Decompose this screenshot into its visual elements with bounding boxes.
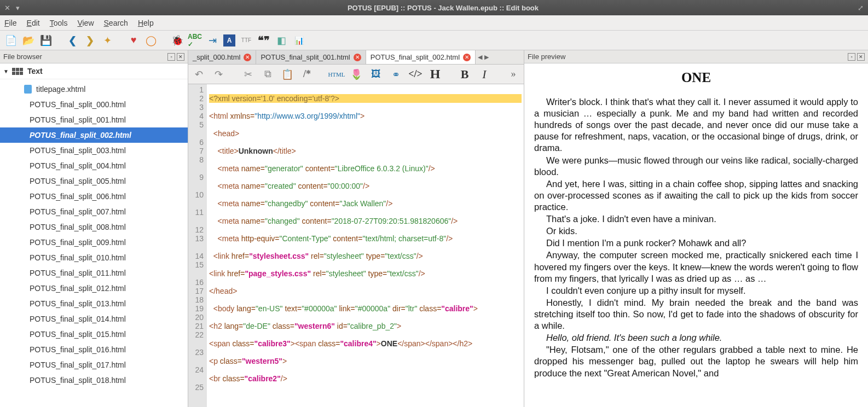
file-section-text[interactable]: ▼ Text — [0, 63, 188, 79]
new-file-icon[interactable]: 📄 — [4, 34, 18, 47]
heading-icon[interactable]: H — [428, 67, 442, 82]
preview-paragraph: "Hey, Flotsam," one of the other regular… — [534, 344, 858, 379]
file-browser-title: File browser — [3, 53, 42, 61]
stats-icon[interactable]: 📊 — [292, 34, 305, 47]
image-icon[interactable]: 🖼 — [369, 67, 383, 82]
back-icon[interactable]: ❮ — [66, 34, 79, 47]
preview-paragraph: And yet, here I was, sitting in a chain … — [534, 178, 858, 213]
tab-2[interactable]: POTUS_final_split_002.html✕ — [366, 50, 476, 64]
paste-icon[interactable]: 📋 — [280, 67, 294, 82]
file-item[interactable]: POTUS_final_split_017.html — [0, 357, 188, 373]
collapse-icon: ▼ — [3, 68, 9, 74]
word-icon[interactable]: A — [223, 34, 235, 46]
file-item[interactable]: POTUS_final_split_006.html — [0, 189, 188, 204]
preview-content: ONE Writer's block. I think that's what … — [524, 63, 868, 407]
preview-paragraph: Honestly, I didn't mind. My brain needed… — [534, 297, 858, 332]
window-title: POTUS [EPUB] :: POTUS - Jack Wallen.epub… — [28, 4, 858, 12]
copy-icon[interactable]: ⧉ — [261, 67, 275, 82]
main-toolbar: 📄 📂 💾 ❮ ❯ ✦ ♥ ◯ 🐞 ABC✓ ⇥ A TTF ❝❞ ◧ 📊 — [0, 31, 868, 50]
eraser-icon[interactable]: ◧ — [275, 34, 288, 47]
window-titlebar: ✕ ▾ POTUS [EPUB] :: POTUS - Jack Wallen.… — [0, 0, 868, 15]
file-item[interactable]: POTUS_final_split_012.html — [0, 281, 188, 296]
file-item[interactable]: POTUS_final_split_014.html — [0, 311, 188, 327]
cut-icon[interactable]: ✂ — [241, 67, 255, 82]
italic-icon[interactable]: I — [477, 67, 491, 82]
preview-heading: ONE — [534, 69, 858, 86]
file-list: titlepage.xhtmlPOTUS_final_split_000.htm… — [0, 79, 188, 390]
file-item[interactable]: POTUS_final_split_001.html — [0, 112, 188, 127]
bug-icon[interactable]: 🐞 — [171, 34, 184, 47]
target-icon[interactable]: ◯ — [144, 34, 158, 47]
editor-toolbar: ↶ ↷ ✂ ⧉ 📋 /* HTML 🌷 🖼 ⚭ </> H B I » — [188, 65, 524, 84]
menu-help[interactable]: Help — [138, 19, 154, 27]
more-icon[interactable]: » — [506, 67, 520, 82]
editor-tabs: _split_000.html✕ POTUS_final_split_001.h… — [188, 50, 524, 65]
preview-paragraph: Or kids. — [534, 225, 858, 237]
file-item[interactable]: POTUS_final_split_010.html — [0, 250, 188, 265]
file-browser-panel: File browser ▫ ✕ ▼ Text titlepage.xhtmlP… — [0, 50, 188, 407]
file-item[interactable]: POTUS_final_split_016.html — [0, 342, 188, 357]
tab-next-icon[interactable]: ▶ — [484, 54, 489, 61]
save-icon[interactable]: 💾 — [39, 34, 53, 47]
file-item[interactable]: POTUS_final_split_003.html — [0, 143, 188, 158]
menu-file[interactable]: File — [4, 19, 17, 27]
preview-paragraph: That's a joke. I didn't even have a mini… — [534, 213, 858, 225]
star-icon[interactable]: ✦ — [101, 34, 114, 47]
window-close-button[interactable]: ✕ — [4, 4, 10, 12]
open-icon[interactable]: 📂 — [22, 34, 35, 47]
flower-icon[interactable]: 🌷 — [349, 67, 363, 82]
menu-view[interactable]: View — [77, 19, 94, 27]
menu-tools[interactable]: Tools — [50, 19, 68, 27]
anchor-icon[interactable]: ⚭ — [389, 67, 403, 82]
close-icon[interactable]: ✕ — [244, 54, 251, 61]
code-source[interactable]: <?xml version='1.0' encoding='utf-8'?> <… — [207, 84, 524, 407]
file-item[interactable]: POTUS_final_split_018.html — [0, 373, 188, 388]
file-item[interactable]: POTUS_final_split_008.html — [0, 219, 188, 235]
file-icon — [24, 85, 32, 94]
tab-prev-icon[interactable]: ◀ — [478, 54, 482, 61]
preview-paragraph: I couldn't even conjure up a pithy insul… — [534, 285, 858, 296]
undo-icon[interactable]: ↶ — [192, 67, 206, 82]
file-item[interactable]: POTUS_final_split_002.html — [0, 127, 188, 143]
file-item[interactable]: POTUS_final_split_015.html — [0, 327, 188, 342]
file-item[interactable]: POTUS_final_split_000.html — [0, 97, 188, 112]
panel-close-button[interactable]: ✕ — [857, 53, 865, 61]
panel-detach-button[interactable]: ▫ — [167, 53, 175, 61]
file-item[interactable]: POTUS_final_split_005.html — [0, 173, 188, 189]
bold-icon[interactable]: B — [458, 67, 472, 82]
preview-paragraph: We were punks—music flowed through our v… — [534, 155, 858, 178]
file-item[interactable]: POTUS_final_split_007.html — [0, 204, 188, 219]
file-item[interactable]: POTUS_final_split_013.html — [0, 296, 188, 311]
menu-edit[interactable]: Edit — [27, 19, 40, 27]
file-preview-panel: File preview ▫ ✕ ONE Writer's block. I t… — [524, 50, 868, 407]
preview-paragraph: Writer's block. I think that's what they… — [534, 96, 858, 154]
grid-icon — [12, 68, 23, 75]
panel-detach-button[interactable]: ▫ — [848, 53, 855, 61]
html-icon[interactable]: HTML — [329, 67, 344, 82]
comment-icon[interactable]: /* — [300, 67, 314, 82]
preview-paragraph: Did I mention I'm a punk rocker? Mohawk … — [534, 237, 858, 249]
line-gutter: 1234 5 67 8 9 10 11 12 13 14151617181920… — [188, 84, 207, 407]
indent-icon[interactable]: ⇥ — [206, 34, 219, 47]
close-icon[interactable]: ✕ — [354, 54, 361, 61]
panel-close-button[interactable]: ✕ — [177, 53, 184, 61]
menu-search[interactable]: Search — [104, 19, 128, 27]
close-icon[interactable]: ✕ — [463, 54, 471, 61]
font-icon[interactable]: TTF — [240, 34, 253, 47]
code-editor[interactable]: 1234 5 67 8 9 10 11 12 13 14151617181920… — [188, 84, 524, 407]
forward-icon[interactable]: ❯ — [83, 34, 96, 47]
window-maximize-button[interactable]: ⤢ — [858, 4, 864, 12]
redo-icon[interactable]: ↷ — [211, 67, 225, 82]
file-item[interactable]: POTUS_final_split_004.html — [0, 158, 188, 173]
heart-icon[interactable]: ♥ — [127, 34, 140, 47]
spellcheck-icon[interactable]: ABC✓ — [188, 34, 201, 47]
code-icon[interactable]: </> — [408, 67, 423, 82]
window-minimize-button[interactable]: ▾ — [16, 4, 20, 12]
file-item[interactable]: POTUS_final_split_009.html — [0, 235, 188, 250]
file-preview-title: File preview — [528, 53, 565, 61]
quotes-icon[interactable]: ❝❞ — [257, 34, 270, 47]
file-item[interactable]: POTUS_final_split_011.html — [0, 265, 188, 281]
file-item[interactable]: titlepage.xhtml — [0, 82, 188, 97]
tab-1[interactable]: POTUS_final_split_001.html✕ — [256, 50, 366, 64]
tab-0[interactable]: _split_000.html✕ — [188, 50, 256, 64]
